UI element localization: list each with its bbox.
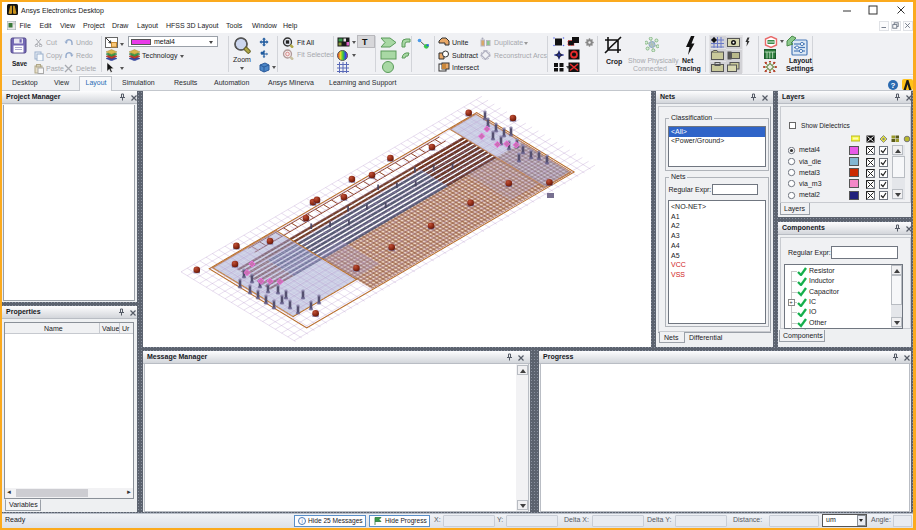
svg-text:i: i [301,518,302,524]
svg-text:?: ? [891,81,896,90]
